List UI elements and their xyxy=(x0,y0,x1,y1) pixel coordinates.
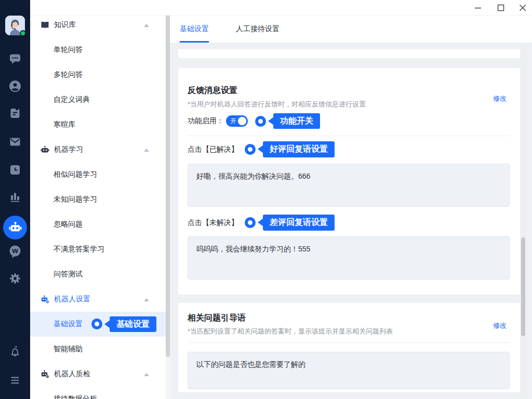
section-icon xyxy=(41,370,49,379)
sidebar-row[interactable]: 未知问题学习 xyxy=(30,187,166,212)
app-rail: W xyxy=(0,0,30,399)
enable-toggle[interactable]: 开 xyxy=(226,115,248,127)
sidebar-item-label: 相似问题学习 xyxy=(54,170,97,179)
contacts-icon[interactable] xyxy=(8,79,22,93)
settings-gear-icon[interactable] xyxy=(8,272,22,285)
enable-row: 功能启用： 开 功能开关 xyxy=(188,114,320,128)
minimize-button[interactable] xyxy=(474,4,482,12)
tab-bar: 基础设置 人工接待设置 xyxy=(170,16,532,43)
card-title: 反馈消息设置 xyxy=(188,85,237,96)
sidebar-row[interactable]: 接待数据分析 xyxy=(30,387,166,399)
solved-reply-textarea[interactable]: 好嘞，很高兴能为你解决问题。666 xyxy=(188,164,510,207)
sidebar-row[interactable]: 基础设置 基础设置 xyxy=(30,312,166,337)
sidebar-row[interactable]: 单轮问答 xyxy=(30,37,166,62)
unsolved-reply-textarea[interactable]: 呜呜呜，我会继续努力学习的！555 xyxy=(188,236,510,280)
sidebar-row[interactable]: 寒暄库 xyxy=(30,112,166,137)
collapse-arrow-icon[interactable] xyxy=(144,298,149,301)
annotation-callout: 基础设置 xyxy=(91,316,156,332)
sidebar-row[interactable]: 问答测试 xyxy=(30,262,166,287)
annotation-callout: 差评回复语设置 xyxy=(245,215,335,231)
sidebar-item-label: 未知问题学习 xyxy=(54,195,97,204)
content-scroll-area: 反馈消息设置 修改 *当用户对机器人回答进行反馈时，对相应反馈信息进行设置 功能… xyxy=(170,43,532,399)
feedback-settings-card: 反馈消息设置 修改 *当用户对机器人回答进行反馈时，对相应反馈信息进行设置 功能… xyxy=(178,68,520,295)
card-note: *当用户对机器人回答进行反馈时，对相应反馈信息进行设置 xyxy=(188,100,366,109)
sidebar-row[interactable]: 不满意答案学习 xyxy=(30,237,166,262)
mail-icon[interactable] xyxy=(8,135,22,149)
collapse-arrow-icon[interactable] xyxy=(144,24,149,27)
main-scrollbar-track[interactable] xyxy=(521,43,525,399)
divider xyxy=(188,342,510,343)
online-status-dot xyxy=(20,30,26,36)
sidebar-item-label: 自定义词典 xyxy=(54,95,90,104)
sidebar-item-label: 基础设置 xyxy=(54,320,83,329)
svg-text:W: W xyxy=(12,248,18,255)
click-marker-icon xyxy=(245,144,256,155)
click-marker-icon xyxy=(245,217,256,228)
unsolved-label: 点击【未解决】 xyxy=(188,218,238,228)
sidebar-row[interactable]: 多轮问答 xyxy=(30,62,166,87)
card-title: 相关问题引导语 xyxy=(188,313,246,324)
notes-icon[interactable] xyxy=(8,107,22,120)
sidebar-item-label: 机器人质检 xyxy=(54,369,90,379)
section-icon xyxy=(41,295,49,304)
sidebar-item-label: 多轮问答 xyxy=(54,70,83,79)
sidebar-item-label: 机器人设置 xyxy=(54,295,90,304)
tab[interactable]: 基础设置 xyxy=(180,16,209,43)
collapse-arrow-icon[interactable] xyxy=(144,373,149,376)
click-marker-icon xyxy=(255,116,266,127)
sidebar-row[interactable]: 智能辅助 xyxy=(30,337,166,362)
solved-row: 点击【已解决】 好评回复语设置 xyxy=(188,141,335,157)
sidebar-item-label: 单轮问答 xyxy=(54,45,83,55)
tab[interactable]: 人工接待设置 xyxy=(236,16,280,43)
collapse-arrow-icon[interactable] xyxy=(144,149,149,152)
callout-label: 功能开关 xyxy=(273,113,320,129)
close-button[interactable] xyxy=(518,4,527,12)
click-marker-icon xyxy=(91,318,102,329)
edit-link[interactable]: 修改 xyxy=(493,94,507,103)
chat-icon[interactable] xyxy=(8,52,22,65)
work-chat-icon[interactable]: W xyxy=(8,245,22,258)
robot-icon[interactable] xyxy=(3,216,27,240)
sidebar-row[interactable]: 机器学习 xyxy=(30,137,166,162)
sidebar-item-label: 知识库 xyxy=(54,20,76,30)
stats-icon[interactable] xyxy=(8,190,22,204)
sidebar-row[interactable]: 相似问题学习 xyxy=(30,162,166,187)
sidebar-row[interactable]: 机器人质检 xyxy=(30,362,166,387)
guide-text-textarea[interactable]: 以下的问题是否也是您需要了解的 xyxy=(188,352,510,389)
card-partial-top xyxy=(178,49,520,58)
maximize-button[interactable] xyxy=(497,4,505,12)
solved-label: 点击【已解决】 xyxy=(188,145,238,154)
toggle-on-text: 开 xyxy=(230,117,236,125)
main-panel: 基础设置 人工接待设置 反馈消息设置 修改 *当用户对机器人回答进行反馈时，对相… xyxy=(170,16,532,399)
callout-label: 好评回复语设置 xyxy=(263,141,335,157)
callout-label: 差评回复语设置 xyxy=(263,215,335,231)
hamburger-menu-icon[interactable] xyxy=(8,374,22,387)
section-icon xyxy=(41,21,49,30)
sidebar: 知识库 单轮问答 多轮问答 xyxy=(30,16,170,399)
toggle-knob xyxy=(238,117,246,125)
avatar[interactable] xyxy=(5,16,25,35)
enable-label: 功能启用： xyxy=(188,116,224,126)
edit-link[interactable]: 修改 xyxy=(493,321,507,330)
sidebar-row[interactable]: 机器人设置 xyxy=(30,287,166,312)
sidebar-scrollbar-thumb[interactable] xyxy=(166,11,170,357)
sidebar-row[interactable]: 知识库 xyxy=(30,12,166,37)
sidebar-item-label: 不满意答案学习 xyxy=(54,245,104,254)
sidebar-item-label: 问答测试 xyxy=(54,270,83,279)
annotation-callout: 功能开关 xyxy=(255,113,320,129)
history-icon[interactable] xyxy=(8,163,22,177)
tab-label: 基础设置 xyxy=(180,24,209,34)
sidebar-item-label: 忽略问题 xyxy=(54,220,83,229)
sidebar-menu: 知识库 单轮问答 多轮问答 xyxy=(30,12,166,399)
main-scrollbar-thumb[interactable] xyxy=(521,237,525,336)
sidebar-item-label: 机器学习 xyxy=(54,145,83,154)
titlebar xyxy=(30,0,532,16)
callout-label: 基础设置 xyxy=(110,316,156,332)
sidebar-row[interactable]: 自定义词典 xyxy=(30,87,166,112)
section-icon xyxy=(41,145,49,154)
unsolved-row: 点击【未解决】 差评回复语设置 xyxy=(188,215,335,231)
notification-bell-icon[interactable] xyxy=(8,345,22,358)
app-window: W 知识库 xyxy=(0,0,532,399)
divider xyxy=(188,136,510,136)
sidebar-row[interactable]: 忽略问题 xyxy=(30,212,166,237)
